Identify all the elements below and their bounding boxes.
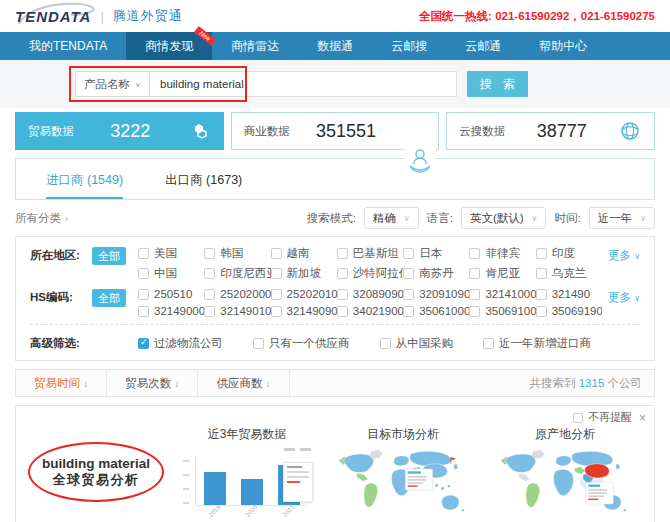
- region-checkbox[interactable]: 中国: [138, 266, 204, 281]
- panel-target-market[interactable]: 目标市场分析: [322, 426, 484, 518]
- close-icon[interactable]: ×: [639, 411, 646, 425]
- checkbox: [204, 289, 215, 300]
- region-checkbox[interactable]: 菲律宾: [469, 246, 535, 261]
- sort-trade-time[interactable]: 贸易时间 ↓: [16, 369, 107, 398]
- panel-origin[interactable]: 原产地分析: [484, 426, 646, 518]
- hs-checkbox[interactable]: 32149090: [271, 305, 337, 317]
- chevron-down-icon: ∨: [404, 214, 410, 223]
- checkbox: [271, 306, 282, 317]
- nav-item-business-discovery[interactable]: 商情发现 New: [126, 32, 212, 60]
- region-checkbox[interactable]: 印度尼西亚: [204, 266, 270, 281]
- logo-text: TENDATA: [15, 8, 91, 25]
- hs-code-filter-row: HS编码: 全部 250510 2520200000 25202010 3208…: [30, 288, 640, 317]
- hs-checkbox[interactable]: 250510: [138, 288, 204, 300]
- nav-item-business-radar[interactable]: 商情雷达: [212, 32, 298, 60]
- hs-checkbox[interactable]: 321490: [536, 288, 602, 300]
- region-checkbox[interactable]: 巴基斯坦: [337, 246, 403, 261]
- hs-checkbox[interactable]: 2520200000: [204, 288, 270, 300]
- annotation-ellipse: building material 全球贸易分析: [28, 442, 164, 502]
- panel-title: 目标市场分析: [367, 426, 439, 443]
- nav-item-data-pass[interactable]: 数据通: [298, 32, 372, 60]
- hs-checkbox[interactable]: 321490000...: [138, 305, 204, 317]
- region-checkbox[interactable]: 新加坡: [271, 266, 337, 281]
- panel-title: 近3年贸易数据: [208, 426, 287, 443]
- region-checkbox[interactable]: 日本: [403, 246, 469, 261]
- region-checkbox[interactable]: 乌克兰: [536, 266, 602, 281]
- result-count: 共搜索到 1315 个公司: [530, 376, 655, 391]
- search-mode-select[interactable]: 精确 ∨: [364, 207, 419, 229]
- panel-trade-3years[interactable]: 近3年贸易数据 201920202021: [172, 426, 322, 518]
- hs-checkbox[interactable]: 35061000: [403, 305, 469, 317]
- map-marker-flag: [450, 457, 455, 463]
- region-checkbox[interactable]: 沙特阿拉伯: [337, 266, 403, 281]
- checkbox: [138, 248, 149, 259]
- stat-trade-data[interactable]: 贸易数据 3222: [15, 112, 224, 150]
- checkbox: [204, 306, 215, 317]
- checkbox: [337, 268, 348, 279]
- search-button[interactable]: 搜 索: [467, 71, 528, 97]
- hs-more-link[interactable]: 更多 ∨: [602, 288, 640, 317]
- hs-checkbox[interactable]: 32149010: [204, 305, 270, 317]
- customer-service-icon[interactable]: [404, 146, 436, 178]
- checkbox: [536, 306, 547, 317]
- hs-checkbox[interactable]: 35069100: [469, 305, 535, 317]
- annotation-text-cn: 全球贸易分析: [53, 471, 140, 489]
- region-checkbox[interactable]: 越南: [271, 246, 337, 261]
- importer-exporter-tabs: 进口商 (1549) 出口商 (1673): [15, 158, 655, 200]
- panel-title: 原产地分析: [535, 426, 595, 443]
- checkbox: [271, 289, 282, 300]
- advanced-checkbox-filter-logistics[interactable]: 过滤物流公司: [138, 336, 223, 351]
- all-categories-link[interactable]: 所有分类 ›: [15, 211, 68, 226]
- advanced-checkbox-single-supplier[interactable]: 只有一个供应商: [253, 336, 350, 351]
- checkbox: [469, 306, 480, 317]
- checkbox: [271, 248, 282, 259]
- region-checkbox[interactable]: 南苏丹: [403, 266, 469, 281]
- hs-all-button[interactable]: 全部: [92, 289, 126, 307]
- checkbox: [138, 306, 149, 317]
- hs-checkbox[interactable]: 35069190: [536, 305, 602, 317]
- hs-checkbox[interactable]: 32089090: [337, 288, 403, 300]
- advanced-checkbox-new-importers[interactable]: 近一年新增进口商: [483, 336, 591, 351]
- tab-exporters[interactable]: 出口商 (1673): [165, 172, 242, 199]
- sort-supplier-count[interactable]: 供应商数 ↓: [198, 369, 289, 398]
- region-checkbox[interactable]: 肯尼亚: [469, 266, 535, 281]
- stat-business-data[interactable]: 商业数据 351551: [231, 112, 440, 150]
- hs-checkbox[interactable]: 25202010: [271, 288, 337, 300]
- region-checkbox[interactable]: 印度: [536, 246, 602, 261]
- nav-item-my-tendata[interactable]: 我的TENDATA: [10, 32, 126, 60]
- main-nav: 我的TENDATA 商情发现 New 商情雷达 数据通 云邮搜 云邮通 帮助中心: [0, 32, 670, 60]
- time-select[interactable]: 近一年 ∨: [589, 207, 655, 229]
- bar-tick-label: 2021: [281, 504, 295, 518]
- checkbox: [337, 306, 348, 317]
- checkbox: [403, 289, 414, 300]
- region-checkbox[interactable]: 美国: [138, 246, 204, 261]
- logo-subtitle: 腾道外贸通: [113, 7, 183, 25]
- search-input[interactable]: [149, 71, 457, 97]
- region-all-button[interactable]: 全部: [92, 247, 126, 265]
- sort-trade-count[interactable]: 贸易次数 ↓: [107, 369, 198, 398]
- nav-item-cloud-mail-pass[interactable]: 云邮通: [446, 32, 520, 60]
- sort-down-icon: ↓: [83, 378, 88, 389]
- top-header: TENDATA | 腾道外贸通 全国统一热线: 021-61590292，021…: [0, 0, 670, 32]
- nav-item-help-center[interactable]: 帮助中心: [520, 32, 606, 60]
- hs-checkbox[interactable]: 34021900: [337, 305, 403, 317]
- language-select[interactable]: 英文(默认) ∨: [461, 207, 547, 229]
- chevron-down-icon: ∨: [634, 252, 640, 261]
- tab-importers[interactable]: 进口商 (1549): [46, 172, 123, 199]
- hs-checkbox[interactable]: 32141000: [469, 288, 535, 300]
- bar-tick-label: 2019: [207, 504, 221, 518]
- checkbox: [536, 248, 547, 259]
- dismiss-checkbox[interactable]: [573, 413, 583, 423]
- search-field-select[interactable]: 产品名称 ∨: [75, 71, 149, 97]
- checkbox: [204, 248, 215, 259]
- y-axis-ticks: [183, 460, 190, 504]
- stat-cloud-search-data[interactable]: 云搜数据 38777: [446, 112, 655, 150]
- hs-checkbox[interactable]: 32091090: [403, 288, 469, 300]
- checkbox: [469, 268, 480, 279]
- region-more-link[interactable]: 更多 ∨: [602, 246, 640, 281]
- analysis-panel: 不再提醒 × building material 全球贸易分析 近3年贸易数据 …: [15, 405, 655, 522]
- nav-item-cloud-mail-search[interactable]: 云邮搜: [372, 32, 446, 60]
- arrow-right-icon: ›: [65, 213, 68, 224]
- advanced-checkbox-buy-from-china[interactable]: 从中国采购: [380, 336, 454, 351]
- region-checkbox[interactable]: 韩国: [204, 246, 270, 261]
